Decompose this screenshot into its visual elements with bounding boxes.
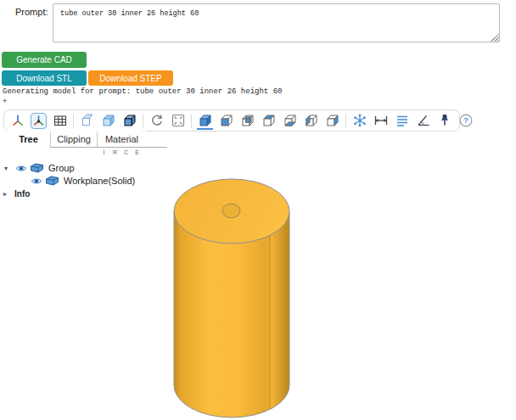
axes0-icon[interactable] bbox=[31, 113, 47, 129]
expand-caret-icon[interactable]: ▸ bbox=[3, 190, 12, 198]
tree-col-e: E bbox=[132, 149, 143, 155]
viewer-canvas[interactable] bbox=[161, 174, 301, 420]
toolbar-separator bbox=[345, 114, 346, 128]
shape-icon[interactable] bbox=[45, 176, 59, 186]
explode-icon[interactable] bbox=[351, 113, 367, 129]
bottom-view-icon[interactable] bbox=[282, 113, 298, 129]
reset-camera-icon[interactable] bbox=[149, 113, 165, 129]
tab-underline bbox=[50, 147, 167, 148]
generate-cad-button[interactable]: Generate CAD bbox=[2, 52, 87, 68]
shape-icon[interactable] bbox=[30, 163, 44, 173]
tab-material[interactable]: Material bbox=[98, 131, 146, 148]
cad-app: Prompt: tube outer 30 inner 26 height 60… bbox=[0, 0, 516, 420]
right-view-icon[interactable] bbox=[324, 113, 340, 129]
left-view-icon[interactable] bbox=[303, 113, 319, 129]
tree-col-r: R bbox=[109, 149, 121, 155]
info-label[interactable]: Info bbox=[14, 189, 30, 199]
tree-row-workplane[interactable]: Workplane(Solid) bbox=[28, 175, 135, 187]
viewer-toolbar: ? bbox=[3, 109, 460, 132]
ortho-icon[interactable] bbox=[79, 113, 95, 129]
tube-solid[interactable] bbox=[174, 179, 289, 417]
toolbar-separator bbox=[73, 114, 74, 128]
tab-tree[interactable]: Tree bbox=[7, 131, 50, 148]
eye-icon[interactable] bbox=[31, 176, 42, 186]
tree-node-label[interactable]: Group bbox=[48, 163, 75, 173]
grid-icon[interactable] bbox=[52, 113, 68, 129]
properties-measure-icon[interactable] bbox=[394, 113, 410, 129]
toolbar-separator bbox=[191, 114, 192, 128]
tube-inner-hole[interactable] bbox=[222, 204, 240, 217]
rear-view-icon[interactable] bbox=[239, 113, 255, 129]
tree-col-c: C bbox=[121, 149, 132, 155]
tab-clipping[interactable]: Clipping bbox=[51, 131, 97, 148]
tree-column-headers: I R C E bbox=[98, 149, 143, 155]
info-section-header[interactable]: ▸ Info bbox=[3, 188, 30, 199]
eye-icon[interactable] bbox=[15, 164, 27, 173]
top-view-icon[interactable] bbox=[261, 113, 277, 129]
prompt-label: Prompt: bbox=[15, 7, 48, 17]
help-icon[interactable]: ? bbox=[457, 113, 474, 129]
distance-measure-icon[interactable] bbox=[373, 113, 389, 129]
tree-row-group[interactable]: ▾ Group bbox=[4, 162, 75, 174]
black-edges-icon[interactable] bbox=[121, 113, 137, 129]
front-view-icon[interactable] bbox=[218, 113, 234, 129]
toolbar-separator bbox=[143, 114, 143, 128]
status-plus: + bbox=[3, 98, 7, 106]
fit-view-icon[interactable] bbox=[170, 113, 186, 129]
svg-text:?: ? bbox=[463, 115, 468, 125]
download-stl-button[interactable]: Download STL bbox=[2, 70, 87, 86]
transparent-icon[interactable] bbox=[100, 113, 116, 129]
download-step-button[interactable]: Download STEP bbox=[88, 70, 173, 86]
iso-view-icon[interactable] bbox=[197, 111, 213, 130]
tree-col-i: I bbox=[98, 149, 109, 155]
prompt-input[interactable]: tube outer 30 inner 26 height 60 bbox=[53, 3, 500, 42]
collapse-caret-icon[interactable]: ▾ bbox=[4, 165, 13, 172]
pin-icon[interactable] bbox=[436, 113, 452, 129]
angle-measure-icon[interactable] bbox=[415, 113, 431, 129]
status-message: Generating model for prompt: tube outer … bbox=[3, 87, 282, 96]
tree-node-label[interactable]: Workplane(Solid) bbox=[64, 176, 135, 186]
axes-icon[interactable] bbox=[9, 113, 25, 129]
